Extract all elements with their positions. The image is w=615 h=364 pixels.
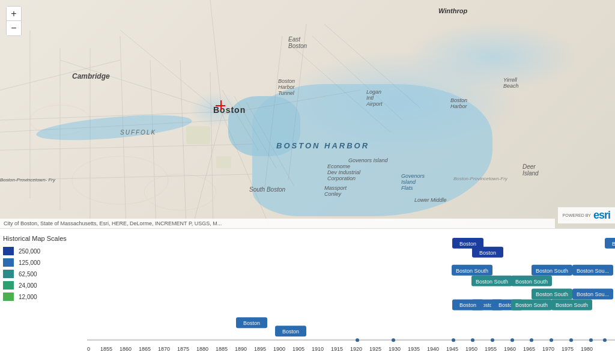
- svg-point-34: [392, 338, 395, 342]
- deer-island-label: DeerIsland: [523, 163, 539, 177]
- svg-point-35: [452, 338, 455, 342]
- svg-text:Boston Sou...: Boston Sou...: [577, 292, 609, 298]
- svg-text:1955: 1955: [485, 346, 497, 352]
- map-container[interactable]: Cambridge Boston BOSTON HARBOR SUFFOLK W…: [0, 0, 615, 228]
- svg-text:1905: 1905: [292, 346, 304, 352]
- legend-area: Historical Map Scales 250,000 125,000 62…: [3, 235, 87, 304]
- legend-swatch-250k: [3, 247, 14, 255]
- svg-line-3: [120, 30, 222, 114]
- svg-text:1855: 1855: [100, 346, 112, 352]
- svg-text:1875: 1875: [177, 346, 189, 352]
- lower-middle-label: Lower Middle: [414, 197, 447, 203]
- svg-text:Boston: Boston: [459, 302, 476, 308]
- svg-text:1870: 1870: [158, 346, 170, 352]
- econome-dev-label: EconomeDev IndustrialCorporation: [327, 163, 360, 181]
- south-boston-label: South Boston: [249, 186, 285, 193]
- governors-flats-label: GovenorsIslandFlats: [401, 173, 425, 191]
- zoom-out-button[interactable]: −: [7, 21, 21, 35]
- svg-text:1930: 1930: [389, 346, 401, 352]
- east-boston-label: EastBoston: [288, 36, 307, 49]
- svg-text:50: 50: [87, 346, 90, 352]
- zoom-in-button[interactable]: +: [7, 7, 21, 21]
- chart-area[interactable]: Boston Boston Boston Boston Boston South…: [87, 229, 615, 364]
- svg-point-37: [491, 338, 494, 342]
- svg-line-2: [60, 60, 228, 114]
- cambridge-label: Cambridge: [72, 72, 110, 80]
- svg-rect-29: [186, 126, 210, 144]
- massport-conley-label: MassportConley: [324, 185, 347, 197]
- boston-label: Boston: [213, 105, 246, 115]
- street-grid: [0, 0, 615, 228]
- svg-text:1915: 1915: [331, 346, 343, 352]
- legend-swatch-12k: [3, 293, 14, 301]
- svg-text:Boston South: Boston South: [456, 268, 488, 274]
- legend-swatch-24k: [3, 281, 14, 290]
- legend-title: Historical Map Scales: [3, 235, 87, 242]
- svg-text:1880: 1880: [196, 346, 208, 352]
- legend-item-24k: 24,000: [3, 281, 87, 290]
- svg-text:1890: 1890: [235, 346, 247, 352]
- svg-point-39: [530, 338, 533, 342]
- svg-text:Boston South: Boston South: [515, 302, 548, 308]
- legend-label-62k: 62,500: [19, 271, 37, 278]
- legend-item-125k: 125,000: [3, 258, 87, 267]
- svg-text:Boston South: Boston South: [536, 292, 568, 298]
- legend-label-125k: 125,000: [19, 259, 40, 266]
- svg-text:Boston: Boston: [282, 329, 299, 335]
- svg-line-4: [210, 0, 222, 114]
- svg-text:Boston: Boston: [459, 241, 476, 247]
- svg-text:1960: 1960: [504, 346, 516, 352]
- yirrell-beach-label: YirrellBeach: [503, 77, 519, 89]
- svg-text:1935: 1935: [408, 346, 420, 352]
- svg-point-42: [589, 338, 593, 342]
- governors-island-label: Govenors Island: [348, 157, 388, 163]
- svg-text:Boston: Boston: [612, 241, 615, 247]
- logan-airport-label: LoganIntlAirport: [366, 89, 383, 107]
- legend-swatch-125k: [3, 258, 14, 267]
- svg-text:1950: 1950: [465, 346, 477, 352]
- svg-line-0: [0, 111, 240, 120]
- svg-text:1900: 1900: [273, 346, 285, 352]
- svg-text:1980: 1980: [581, 346, 593, 352]
- legend-item-12k: 12,000: [3, 293, 87, 301]
- svg-text:1865: 1865: [139, 346, 151, 352]
- svg-line-22: [312, 36, 402, 120]
- zoom-controls[interactable]: + −: [6, 6, 22, 36]
- svg-text:1965: 1965: [523, 346, 535, 352]
- svg-text:1975: 1975: [562, 346, 574, 352]
- esri-logo: esri: [593, 209, 610, 222]
- svg-text:1920: 1920: [350, 346, 362, 352]
- esri-attribution: POWERED BY esri: [558, 207, 615, 223]
- svg-text:Boston South: Boston South: [476, 279, 508, 285]
- svg-text:1885: 1885: [216, 346, 228, 352]
- legend-item-62k: 62,500: [3, 270, 87, 278]
- boston-provincetown-label: Boston-Provincetown- Fry: [0, 177, 55, 183]
- timeline-container: Historical Map Scales 250,000 125,000 62…: [0, 228, 615, 364]
- svg-rect-30: [216, 156, 231, 168]
- svg-point-40: [550, 338, 553, 342]
- svg-text:Boston South: Boston South: [556, 302, 588, 308]
- legend-label-12k: 12,000: [19, 294, 37, 300]
- svg-text:1925: 1925: [369, 346, 381, 352]
- svg-text:Boston: Boston: [479, 250, 496, 256]
- boston-harbor-tunnel-label: BostonHarborTunnel: [278, 78, 295, 96]
- svg-text:1895: 1895: [254, 346, 266, 352]
- svg-text:Boston Sou...: Boston Sou...: [577, 268, 609, 274]
- map-background: Cambridge Boston BOSTON HARBOR SUFFOLK W…: [0, 0, 615, 228]
- svg-text:1910: 1910: [312, 346, 324, 352]
- route-label: Boston-Provincetown-Fry: [453, 176, 507, 181]
- legend-item-250k: 250,000: [3, 247, 87, 255]
- svg-text:Boston South: Boston South: [536, 268, 568, 274]
- svg-text:1940: 1940: [427, 346, 439, 352]
- legend-label-24k: 24,000: [19, 282, 37, 289]
- svg-text:1945: 1945: [446, 346, 458, 352]
- esri-powered-text: POWERED BY: [563, 213, 591, 217]
- svg-point-43: [603, 338, 607, 342]
- svg-line-9: [0, 144, 252, 150]
- svg-text:1970: 1970: [542, 346, 554, 352]
- svg-point-41: [569, 338, 573, 342]
- svg-line-24: [264, 36, 282, 192]
- boston-harbor-small-label: BostonHarbor: [450, 97, 467, 109]
- svg-text:1860: 1860: [120, 346, 132, 352]
- svg-text:Boston South: Boston South: [515, 279, 548, 285]
